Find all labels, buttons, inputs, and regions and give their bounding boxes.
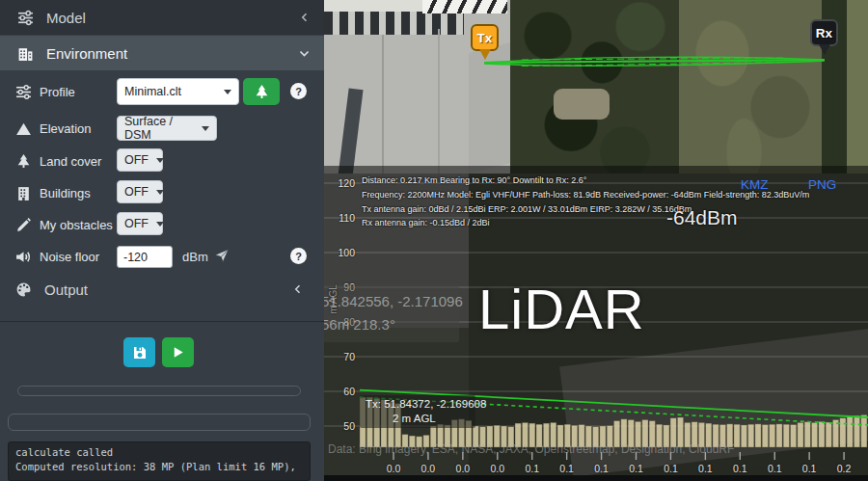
elevation-label: Elevation	[40, 121, 91, 136]
terrain-bar	[734, 424, 740, 447]
send-icon[interactable]	[214, 248, 230, 263]
tooltip-tx-height: 2 m AGL	[366, 412, 470, 426]
kmz-download-link[interactable]: KMZ	[741, 177, 769, 192]
play-icon	[171, 345, 185, 360]
x-tick-label: 0.1	[795, 463, 824, 474]
profile-label: Profile	[40, 85, 75, 99]
x-tick-label: 0.1	[622, 463, 651, 474]
map-bottom-strip	[324, 475, 868, 481]
x-tick-label: 0.1	[553, 463, 582, 474]
profile-select-value: Minimal.clt	[124, 85, 181, 98]
sliders-icon	[17, 10, 34, 26]
chevron-down-icon	[156, 222, 164, 227]
chevron-down-icon	[156, 158, 164, 163]
x-tick-label: 0.1	[691, 463, 719, 474]
x-tick-label: 0.0	[483, 463, 512, 474]
chevron-down-icon	[224, 90, 231, 94]
tx-marker[interactable]: Tx	[471, 24, 499, 51]
terrain-bar	[847, 416, 853, 447]
my-obstacles-select-value: OFF	[124, 217, 149, 230]
section-header-model[interactable]: Model	[0, 0, 324, 35]
png-download-link[interactable]: PNG	[808, 177, 836, 192]
terrain-bar	[811, 422, 817, 447]
buildings-select-value: OFF	[124, 185, 149, 199]
chevron-left-icon	[292, 283, 304, 295]
tx-marker-tail	[479, 49, 491, 60]
y-tick-label: 100	[330, 247, 355, 258]
profile-select[interactable]: Minimal.clt	[117, 78, 239, 105]
profile-help-badge[interactable]: ?	[290, 83, 307, 99]
console-line: Computed resolution: 38 MP (Plan limit 1…	[15, 460, 303, 474]
tree-icon	[254, 84, 270, 100]
my-obstacles-label: My obstacles	[40, 218, 113, 232]
rx-marker[interactable]: Rx	[810, 19, 838, 46]
stats-line: Tx antenna gain: 0dBd / 2.15dBi ERP: 2.0…	[362, 202, 809, 217]
run-calculate-button[interactable]	[162, 337, 194, 367]
buildings-select[interactable]: OFF	[117, 180, 163, 203]
buildings-label: Buildings	[40, 186, 91, 200]
chevron-down-icon	[202, 126, 209, 131]
settings-sidebar: Model Environment Profile Minimal.clt ? …	[0, 0, 324, 481]
x-tick-label: 0.1	[725, 463, 754, 474]
terrain-bar	[854, 415, 859, 447]
terrain-bar	[770, 424, 775, 447]
buildings-icon	[17, 45, 34, 62]
land-cover-select[interactable]: OFF	[117, 148, 163, 172]
map-canvas[interactable]: 1201101009080706050 0.00.00.00.00.10.10.…	[324, 0, 868, 481]
x-tick-label: 0.0	[414, 463, 443, 474]
terrain-bar	[755, 424, 761, 447]
x-tick-label: 0.0	[379, 463, 408, 474]
noise-floor-label: Noise floor	[40, 250, 99, 264]
tree-icon	[15, 153, 32, 170]
terrain-bar	[798, 422, 803, 447]
terrain-bar	[776, 424, 782, 447]
land-cover-select-value: OFF	[124, 153, 149, 167]
terrain-bar	[840, 418, 846, 447]
output-label: Output	[44, 281, 88, 298]
my-obstacles-select[interactable]: OFF	[117, 212, 163, 235]
terrain-bar	[826, 422, 831, 447]
rx-marker-label: Rx	[816, 26, 832, 40]
x-tick-label: 0.1	[518, 463, 547, 474]
terrain-bar	[861, 414, 867, 447]
message-bar[interactable]	[8, 414, 311, 431]
save-icon	[132, 345, 148, 361]
terrain-bar	[762, 425, 768, 447]
palette-icon	[15, 281, 32, 298]
x-tick-label: 0.1	[656, 463, 685, 474]
x-tick-label: 0.2	[864, 463, 868, 474]
noise-floor-input[interactable]	[117, 246, 173, 268]
chevron-down-icon	[156, 190, 164, 195]
x-tick-label: 0.0	[448, 463, 477, 474]
sliders-icon	[15, 84, 32, 100]
y-tick-label: 60	[330, 386, 355, 397]
section-header-output[interactable]: Output	[0, 275, 324, 304]
terrain-bar	[748, 424, 754, 447]
terrain-bar	[741, 425, 746, 447]
terrain-bar	[819, 421, 825, 447]
vegetation-button[interactable]	[243, 78, 280, 105]
progress-track	[17, 386, 301, 396]
section-label: Model	[46, 10, 299, 26]
save-button[interactable]	[123, 337, 155, 367]
noise-help-badge[interactable]: ?	[290, 248, 307, 264]
x-tick-label: 0.2	[829, 463, 858, 474]
map-attribution: Data: Bing imagery, ESA, NASA, JAXA, Ope…	[328, 442, 734, 456]
volume-icon	[15, 249, 32, 265]
map-hover-tooltip: 51.842556, -2.171096 56m 218.3°	[324, 284, 459, 342]
console-log[interactable]: calculate called Computed resolution: 38…	[8, 441, 311, 481]
chevron-down-icon	[298, 47, 311, 60]
tooltip-coordinates: 51.842556, -2.171096	[324, 290, 450, 313]
console-line: calculate called	[15, 445, 303, 460]
elevation-select[interactable]: Surface / DSM	[117, 116, 217, 141]
rx-marker-tail	[819, 44, 830, 55]
sidebar-divider	[0, 321, 324, 322]
building-icon	[15, 185, 32, 201]
mountain-icon	[15, 120, 32, 137]
terrain-bar	[791, 425, 797, 447]
section-header-environment[interactable]: Environment	[0, 36, 324, 70]
tooltip-tx-coordinates: Tx: 51.84372, -2.169608	[366, 397, 470, 412]
elevation-select-value: Surface / DSM	[124, 115, 194, 142]
section-label: Environment	[46, 45, 298, 62]
x-tick-label: 0.1	[587, 463, 616, 474]
